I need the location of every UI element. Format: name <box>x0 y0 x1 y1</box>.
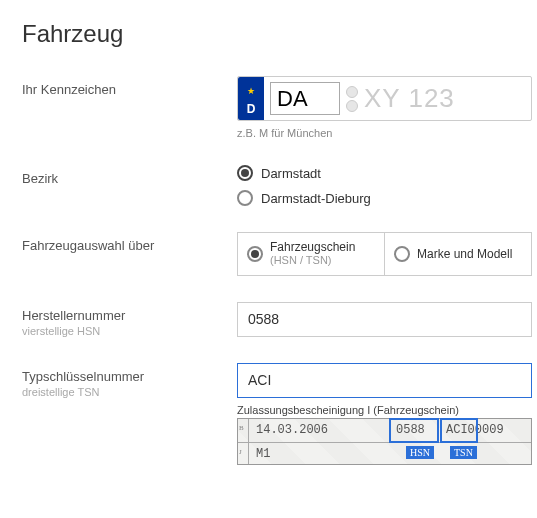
plate-label: Ihr Kennzeichen <box>22 82 116 97</box>
fahrzeugauswahl-options: Fahrzeugschein (HSN / TSN) Marke und Mod… <box>237 232 532 276</box>
plate-hint: z.B. M für München <box>237 127 532 139</box>
eu-badge: ★ D <box>238 77 264 120</box>
tsn-label: Typschlüsselnummer <box>22 369 144 384</box>
seal-icon <box>346 100 358 112</box>
tsn-input[interactable] <box>237 363 532 398</box>
option-label: Marke und Modell <box>417 247 512 261</box>
bezirk-option-label: Darmstadt-Dieburg <box>261 191 371 206</box>
page-title: Fahrzeug <box>22 20 515 48</box>
hsn-label: Herstellernummer <box>22 308 125 323</box>
license-plate: ★ D XY 123 <box>237 76 532 121</box>
bezirk-radio-group: Darmstadt Darmstadt-Dieburg <box>237 165 515 206</box>
bezirk-option-darmstadt[interactable]: Darmstadt <box>237 165 515 181</box>
cert-m1: M1 <box>256 447 270 461</box>
radio-icon <box>394 246 410 262</box>
bezirk-label: Bezirk <box>22 171 58 186</box>
radio-icon <box>237 190 253 206</box>
option-fahrzeugschein[interactable]: Fahrzeugschein (HSN / TSN) <box>238 233 385 275</box>
cert-row-b-icon: B <box>239 424 244 432</box>
bezirk-option-label: Darmstadt <box>261 166 321 181</box>
cert-hsn-highlight <box>389 418 439 443</box>
cert-preview: B J 14.03.2006 0588 ACI00009 M1 HSN TSN <box>237 418 532 465</box>
cert-row-j-icon: J <box>239 448 242 456</box>
option-label: Fahrzeugschein (HSN / TSN) <box>270 240 355 268</box>
cert-title: Zulassungsbescheinigung I (Fahrzeugschei… <box>237 404 532 416</box>
radio-icon <box>237 165 253 181</box>
bezirk-option-darmstadt-dieburg[interactable]: Darmstadt-Dieburg <box>237 190 515 206</box>
radio-icon <box>247 246 263 262</box>
cert-tsn-tag: TSN <box>450 446 477 459</box>
hsn-sublabel: vierstellige HSN <box>22 325 237 337</box>
fahrzeugauswahl-label: Fahrzeugauswahl über <box>22 238 154 253</box>
plate-district-input[interactable] <box>270 82 340 115</box>
hsn-input[interactable] <box>237 302 532 337</box>
plate-seals <box>346 86 358 112</box>
plate-rest-placeholder: XY 123 <box>364 83 455 114</box>
option-marke-modell[interactable]: Marke und Modell <box>385 233 531 275</box>
cert-tsn-highlight <box>440 418 478 443</box>
seal-icon <box>346 86 358 98</box>
tsn-sublabel: dreistellige TSN <box>22 386 237 398</box>
eu-stars-icon: ★ <box>247 87 255 96</box>
eu-country: D <box>247 102 256 116</box>
cert-hsn-tag: HSN <box>406 446 434 459</box>
cert-date: 14.03.2006 <box>256 423 328 437</box>
